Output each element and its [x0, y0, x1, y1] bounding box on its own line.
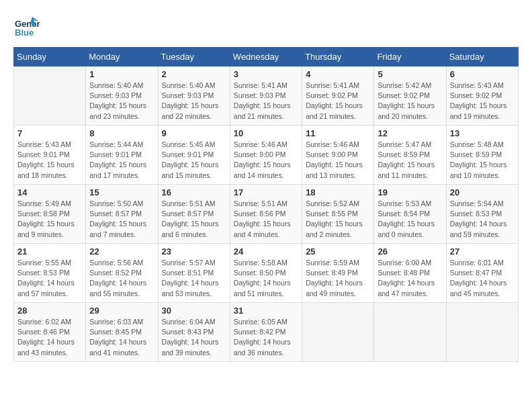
- calendar-week-row: 14Sunrise: 5:49 AM Sunset: 8:58 PM Dayli…: [14, 185, 519, 244]
- day-detail: Sunrise: 5:45 AM Sunset: 9:01 PM Dayligh…: [162, 140, 226, 181]
- calendar-cell: 9Sunrise: 5:45 AM Sunset: 9:01 PM Daylig…: [158, 126, 230, 185]
- day-number: 16: [162, 187, 226, 197]
- day-detail: Sunrise: 5:59 AM Sunset: 8:49 PM Dayligh…: [306, 258, 370, 299]
- logo: General Blue: [13, 13, 40, 40]
- calendar-cell: 19Sunrise: 5:53 AM Sunset: 8:54 PM Dayli…: [374, 185, 446, 244]
- calendar-cell: 10Sunrise: 5:46 AM Sunset: 9:00 PM Dayli…: [230, 126, 302, 185]
- weekday-header-sunday: Sunday: [14, 48, 86, 66]
- weekday-header-wednesday: Wednesday: [230, 48, 302, 66]
- day-detail: Sunrise: 5:57 AM Sunset: 8:51 PM Dayligh…: [162, 258, 226, 299]
- day-detail: Sunrise: 6:04 AM Sunset: 8:43 PM Dayligh…: [162, 317, 226, 358]
- calendar-cell: 4Sunrise: 5:41 AM Sunset: 9:02 PM Daylig…: [302, 66, 374, 126]
- calendar-cell: 22Sunrise: 5:56 AM Sunset: 8:52 PM Dayli…: [86, 244, 158, 303]
- day-number: 3: [234, 69, 298, 79]
- day-number: 2: [162, 69, 226, 79]
- day-detail: Sunrise: 5:41 AM Sunset: 9:02 PM Dayligh…: [306, 81, 370, 122]
- day-number: 9: [162, 128, 226, 138]
- day-number: 4: [306, 69, 370, 79]
- day-number: 10: [234, 128, 298, 138]
- calendar-cell: 21Sunrise: 5:55 AM Sunset: 8:53 PM Dayli…: [14, 244, 86, 303]
- day-number: 21: [17, 246, 82, 257]
- day-detail: Sunrise: 5:47 AM Sunset: 8:59 PM Dayligh…: [378, 140, 442, 181]
- calendar-cell: 15Sunrise: 5:50 AM Sunset: 8:57 PM Dayli…: [86, 185, 158, 244]
- day-detail: Sunrise: 5:55 AM Sunset: 8:53 PM Dayligh…: [17, 258, 82, 299]
- calendar-cell: 11Sunrise: 5:46 AM Sunset: 9:00 PM Dayli…: [302, 126, 374, 185]
- calendar-cell: 12Sunrise: 5:47 AM Sunset: 8:59 PM Dayli…: [374, 126, 446, 185]
- weekday-header-thursday: Thursday: [302, 48, 374, 66]
- day-detail: Sunrise: 5:46 AM Sunset: 9:00 PM Dayligh…: [234, 140, 298, 181]
- day-detail: Sunrise: 5:40 AM Sunset: 9:03 PM Dayligh…: [162, 81, 226, 122]
- day-number: 29: [89, 306, 154, 316]
- day-detail: Sunrise: 5:58 AM Sunset: 8:50 PM Dayligh…: [234, 258, 298, 299]
- svg-text:Blue: Blue: [15, 28, 34, 38]
- calendar-cell: 26Sunrise: 6:00 AM Sunset: 8:48 PM Dayli…: [374, 244, 446, 303]
- calendar-cell: 25Sunrise: 5:59 AM Sunset: 8:49 PM Dayli…: [302, 244, 374, 303]
- day-detail: Sunrise: 5:50 AM Sunset: 8:57 PM Dayligh…: [89, 199, 154, 240]
- day-number: 8: [89, 128, 154, 138]
- weekday-header-monday: Monday: [86, 48, 158, 66]
- day-detail: Sunrise: 6:02 AM Sunset: 8:46 PM Dayligh…: [17, 317, 82, 358]
- calendar-cell: 5Sunrise: 5:42 AM Sunset: 9:02 PM Daylig…: [374, 66, 446, 126]
- calendar-table: SundayMondayTuesdayWednesdayThursdayFrid…: [13, 47, 519, 362]
- weekday-header-tuesday: Tuesday: [158, 48, 230, 66]
- day-detail: Sunrise: 5:43 AM Sunset: 9:01 PM Dayligh…: [17, 140, 82, 181]
- calendar-cell: [302, 303, 374, 362]
- calendar-cell: 29Sunrise: 6:03 AM Sunset: 8:45 PM Dayli…: [86, 303, 158, 362]
- day-detail: Sunrise: 5:46 AM Sunset: 9:00 PM Dayligh…: [306, 140, 370, 181]
- day-number: 17: [234, 187, 298, 197]
- calendar-cell: 13Sunrise: 5:48 AM Sunset: 8:59 PM Dayli…: [446, 126, 518, 185]
- weekday-header-friday: Friday: [374, 48, 446, 66]
- day-detail: Sunrise: 5:48 AM Sunset: 8:59 PM Dayligh…: [450, 140, 515, 181]
- calendar-cell: 30Sunrise: 6:04 AM Sunset: 8:43 PM Dayli…: [158, 303, 230, 362]
- day-detail: Sunrise: 5:52 AM Sunset: 8:55 PM Dayligh…: [306, 199, 370, 240]
- day-number: 25: [306, 246, 370, 257]
- calendar-week-row: 7Sunrise: 5:43 AM Sunset: 9:01 PM Daylig…: [14, 126, 519, 185]
- day-number: 24: [234, 246, 298, 257]
- calendar-cell: 18Sunrise: 5:52 AM Sunset: 8:55 PM Dayli…: [302, 185, 374, 244]
- day-detail: Sunrise: 6:00 AM Sunset: 8:48 PM Dayligh…: [378, 258, 442, 299]
- day-detail: Sunrise: 6:05 AM Sunset: 8:42 PM Dayligh…: [234, 317, 298, 358]
- day-number: 12: [378, 128, 442, 138]
- calendar-cell: 23Sunrise: 5:57 AM Sunset: 8:51 PM Dayli…: [158, 244, 230, 303]
- day-number: 20: [450, 187, 515, 197]
- calendar-cell: 8Sunrise: 5:44 AM Sunset: 9:01 PM Daylig…: [86, 126, 158, 185]
- calendar-cell: 28Sunrise: 6:02 AM Sunset: 8:46 PM Dayli…: [14, 303, 86, 362]
- day-detail: Sunrise: 6:01 AM Sunset: 8:47 PM Dayligh…: [450, 258, 515, 299]
- calendar-cell: 6Sunrise: 5:43 AM Sunset: 9:02 PM Daylig…: [446, 66, 518, 126]
- day-detail: Sunrise: 5:53 AM Sunset: 8:54 PM Dayligh…: [378, 199, 442, 240]
- calendar-week-row: 1Sunrise: 5:40 AM Sunset: 9:03 PM Daylig…: [14, 66, 519, 126]
- day-number: 13: [450, 128, 515, 138]
- day-detail: Sunrise: 5:51 AM Sunset: 8:56 PM Dayligh…: [234, 199, 298, 240]
- calendar-cell: [446, 303, 518, 362]
- calendar-week-row: 21Sunrise: 5:55 AM Sunset: 8:53 PM Dayli…: [14, 244, 519, 303]
- calendar-week-row: 28Sunrise: 6:02 AM Sunset: 8:46 PM Dayli…: [14, 303, 519, 362]
- day-detail: Sunrise: 5:44 AM Sunset: 9:01 PM Dayligh…: [89, 140, 154, 181]
- day-detail: Sunrise: 5:41 AM Sunset: 9:03 PM Dayligh…: [234, 81, 298, 122]
- calendar-cell: 24Sunrise: 5:58 AM Sunset: 8:50 PM Dayli…: [230, 244, 302, 303]
- day-number: 14: [17, 187, 82, 197]
- day-number: 23: [162, 246, 226, 257]
- day-number: 27: [450, 246, 515, 257]
- calendar-cell: [14, 66, 86, 126]
- calendar-cell: 7Sunrise: 5:43 AM Sunset: 9:01 PM Daylig…: [14, 126, 86, 185]
- day-number: 26: [378, 246, 442, 257]
- day-number: 18: [306, 187, 370, 197]
- day-number: 6: [450, 69, 515, 79]
- day-number: 19: [378, 187, 442, 197]
- calendar-cell: 16Sunrise: 5:51 AM Sunset: 8:57 PM Dayli…: [158, 185, 230, 244]
- day-number: 7: [17, 128, 82, 138]
- calendar-cell: 31Sunrise: 6:05 AM Sunset: 8:42 PM Dayli…: [230, 303, 302, 362]
- weekday-header-saturday: Saturday: [446, 48, 518, 66]
- day-number: 1: [89, 69, 154, 79]
- day-number: 30: [162, 306, 226, 316]
- calendar-cell: 17Sunrise: 5:51 AM Sunset: 8:56 PM Dayli…: [230, 185, 302, 244]
- day-number: 11: [306, 128, 370, 138]
- day-detail: Sunrise: 5:56 AM Sunset: 8:52 PM Dayligh…: [89, 258, 154, 299]
- day-detail: Sunrise: 5:42 AM Sunset: 9:02 PM Dayligh…: [378, 81, 442, 122]
- day-number: 28: [17, 306, 82, 316]
- day-number: 31: [234, 306, 298, 316]
- day-detail: Sunrise: 5:40 AM Sunset: 9:03 PM Dayligh…: [89, 81, 154, 122]
- day-detail: Sunrise: 6:03 AM Sunset: 8:45 PM Dayligh…: [89, 317, 154, 358]
- calendar-cell: 27Sunrise: 6:01 AM Sunset: 8:47 PM Dayli…: [446, 244, 518, 303]
- calendar-cell: 14Sunrise: 5:49 AM Sunset: 8:58 PM Dayli…: [14, 185, 86, 244]
